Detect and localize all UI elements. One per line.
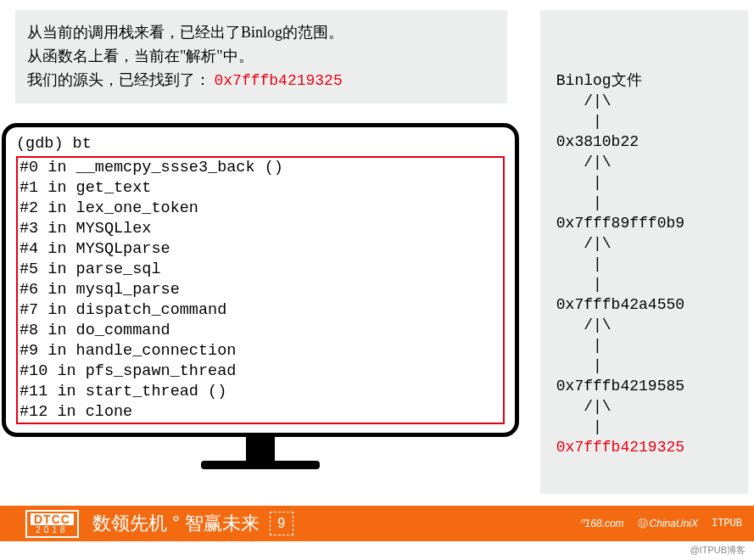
- stack-frame: #2 in lex_one_token: [20, 199, 501, 219]
- tree-node: 0x7fffb4219585: [540, 376, 748, 396]
- tree-pipe: |: [540, 335, 748, 356]
- tree-pipe: |: [540, 274, 748, 294]
- summary-line-3-prefix: 我们的源头，已经找到了：: [27, 71, 215, 88]
- tree-branch: /|\: [540, 233, 748, 254]
- monitor-stand-neck: [246, 437, 275, 461]
- summary-line-2: 从函数名上看，当前在"解析"中。: [27, 44, 495, 68]
- stack-frame: #10 in pfs_spawn_thread: [20, 361, 501, 382]
- terminal-screen: (gdb) bt #0 in __memcpy_ssse3_back () #1…: [2, 123, 519, 437]
- stack-frame: #6 in mysql_parse: [20, 280, 501, 300]
- stack-frame: #8 in do_command: [20, 321, 501, 341]
- tree-pipe: |: [540, 111, 748, 132]
- sponsor-chinaunix: ChinaUniX: [638, 517, 698, 531]
- address-tree-panel: Binlog文件 /|\ | 0x3810b22 /|\ | | 0x7fff8…: [540, 10, 748, 494]
- slogan-part-a: 数领先机: [91, 511, 169, 536]
- summary-line-3: 我们的源头，已经找到了： 0x7fffb4219325: [27, 68, 495, 92]
- tree-node: 0x7fff89fff0b9: [540, 213, 748, 233]
- gdb-prompt: (gdb) bt: [16, 134, 505, 154]
- summary-address: 0x7fffb4219325: [215, 72, 343, 89]
- slogan-part-b: 智赢未来: [183, 511, 261, 536]
- tree-node: 0x7fffb42a4550: [540, 294, 748, 315]
- tree-node: 0x3810b22: [540, 132, 748, 152]
- stack-frame: #1 in get_text: [20, 178, 501, 199]
- footer-bar: DTCC 2018 数领先机 ° 智赢未来 9 ᴵᵀ168.com ChinaU…: [0, 506, 754, 541]
- sponsor-itpub: ITPUB: [712, 518, 742, 529]
- tree-pipe: |: [540, 193, 748, 213]
- tree-branch: /|\: [540, 152, 748, 172]
- slogan-dot-sep: °: [172, 512, 180, 535]
- stack-frame: #5 in parse_sql: [20, 260, 501, 280]
- footer-slogan: 数领先机 ° 智赢未来 9: [91, 511, 293, 536]
- monitor: (gdb) bt #0 in __memcpy_ssse3_back () #1…: [2, 123, 519, 469]
- stack-frame: #3 in MYSQLlex: [20, 219, 501, 239]
- footer-sponsors: ᴵᵀ168.com ChinaUniX ITPUB: [579, 517, 742, 531]
- summary-box: 从当前的调用栈来看，已经出了Binlog的范围。 从函数名上看，当前在"解析"中…: [15, 10, 507, 104]
- tree-branch: /|\: [540, 315, 748, 335]
- sponsor-it168: ᴵᵀ168.com: [579, 518, 624, 529]
- tree-pipe: |: [540, 172, 748, 193]
- attribution-text: @ITPUB博客: [690, 544, 746, 557]
- dtcc-logo-top: DTCC: [31, 513, 74, 525]
- dtcc-logo: DTCC 2018: [25, 510, 79, 538]
- tree-final-address: 0x7fffb4219325: [540, 437, 748, 457]
- tree-pipe: |: [540, 254, 748, 274]
- tree-pipe: |: [540, 417, 748, 437]
- dtcc-logo-year: 2018: [31, 525, 74, 535]
- tree-pipe: |: [540, 356, 748, 376]
- tree-branch: /|\: [540, 91, 748, 111]
- tree-branch: /|\: [540, 396, 748, 417]
- backtrace-box: #0 in __memcpy_ssse3_back () #1 in get_t…: [16, 156, 505, 424]
- tree-title-suffix: 文件: [612, 71, 642, 88]
- summary-line-1: 从当前的调用栈来看，已经出了Binlog的范围。: [27, 20, 495, 44]
- edition-nine-icon: 9: [270, 512, 293, 535]
- stack-frame: #0 in __memcpy_ssse3_back (): [20, 158, 501, 178]
- stack-frame: #4 in MYSQLparse: [20, 239, 501, 260]
- stack-frame: #11 in start_thread (): [20, 382, 501, 402]
- tree-title-prefix: Binlog: [556, 72, 612, 89]
- monitor-stand-base: [201, 461, 320, 469]
- stack-frame: #7 in dispatch_command: [20, 300, 501, 321]
- stack-frame: #12 in clone: [20, 402, 501, 423]
- stack-frame: #9 in handle_connection: [20, 341, 501, 361]
- tree-title: Binlog文件: [540, 70, 748, 91]
